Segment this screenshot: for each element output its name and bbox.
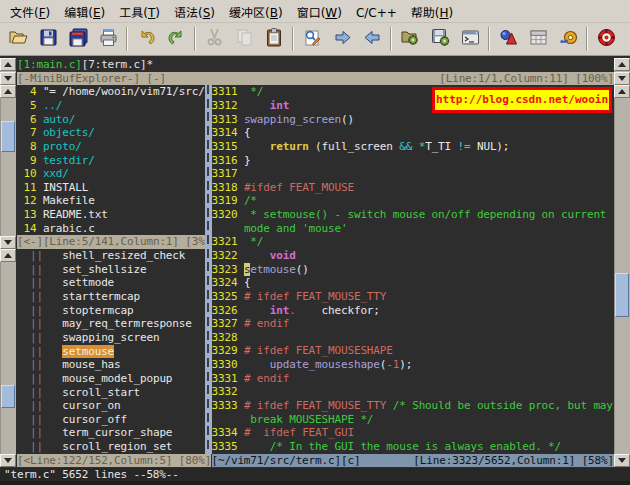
- taglist-row[interactable]: || starttermcap: [17, 290, 205, 304]
- code-row[interactable]: 3319 /*: [212, 194, 615, 208]
- tag-term_cursor_shape[interactable]: term_cursor_shape: [62, 426, 172, 439]
- menu-e[interactable]: 编辑(E): [57, 0, 112, 23]
- code-row[interactable]: 3315 return (full_screen && *T_TI != NUL…: [212, 140, 615, 154]
- explorer-entry[interactable]: Makefile: [43, 194, 95, 207]
- explorer-row[interactable]: 9 testdir/: [17, 154, 205, 168]
- explorer-row[interactable]: 7 objects/: [17, 126, 205, 140]
- taglist-row[interactable]: || scroll_start: [17, 386, 205, 400]
- minibufexplorer-right-scrollbar[interactable]: [614, 58, 630, 85]
- print-button[interactable]: [95, 26, 121, 52]
- taglist-row[interactable]: || cursor_off: [17, 413, 205, 427]
- build-tags-button[interactable]: [525, 26, 551, 52]
- tag-cursor_on[interactable]: cursor_on: [62, 399, 120, 412]
- menu-t[interactable]: 工具(T): [112, 0, 167, 23]
- open-button[interactable]: [5, 26, 31, 52]
- code-row[interactable]: break MOUSESHAPE */: [212, 413, 615, 427]
- explorer-row[interactable]: 8 proto/: [17, 140, 205, 154]
- find-replace-button[interactable]: [299, 26, 325, 52]
- code-row[interactable]: mode and 'mouse': [212, 222, 615, 236]
- scroll-up-arrow-icon[interactable]: [614, 85, 630, 98]
- taglist-row[interactable]: || setmouse: [17, 345, 205, 359]
- code-row[interactable]: 3324 {: [212, 276, 615, 290]
- explorer-row[interactable]: 4 "= /home/wooin/vim71/src/: [17, 85, 205, 99]
- code-row[interactable]: 3314 {: [212, 126, 615, 140]
- code-window-scrollbar[interactable]: [614, 85, 630, 467]
- tag-may_req_termresponse[interactable]: may_req_termresponse: [62, 317, 191, 330]
- code-row[interactable]: 3335 /* In the GUI the mouse is always e…: [212, 440, 615, 454]
- scroll-down-arrow-icon[interactable]: [614, 72, 630, 85]
- scroll-up-arrow-icon[interactable]: [0, 58, 16, 71]
- explorer-entry[interactable]: ../: [43, 99, 62, 112]
- taglist-row[interactable]: || mouse_has: [17, 358, 205, 372]
- tag-mouse_has[interactable]: mouse_has: [62, 358, 120, 371]
- load-session-button[interactable]: [397, 26, 423, 52]
- scroll-up-arrow-icon[interactable]: [0, 249, 16, 262]
- explorer-row[interactable]: 14 arabic.c: [17, 222, 205, 236]
- explorer-row[interactable]: 6 auto/: [17, 113, 205, 127]
- menu-w[interactable]: 窗口(W): [290, 0, 349, 23]
- explorer-row[interactable]: 10 xxd/: [17, 167, 205, 181]
- taglist-row[interactable]: || mouse_model_popup: [17, 372, 205, 386]
- find-prev-button[interactable]: [359, 26, 385, 52]
- code-row[interactable]: 3321 */: [212, 235, 615, 249]
- tag-scroll_start[interactable]: scroll_start: [62, 386, 140, 399]
- scrollbar-thumb[interactable]: [615, 273, 629, 317]
- taglist-row[interactable]: || stoptermcap: [17, 304, 205, 318]
- code-row[interactable]: 3317: [212, 167, 615, 181]
- code-row[interactable]: 3326 int. checkfor;: [212, 304, 615, 318]
- menu-b[interactable]: 缓冲区(B): [222, 0, 290, 23]
- explorer-entry[interactable]: xxd/: [43, 167, 69, 180]
- explorer-row[interactable]: 13 README.txt: [17, 208, 205, 222]
- explorer-entry[interactable]: objects/: [43, 126, 95, 139]
- code-row[interactable]: 3334 # ifdef FEAT_GUI: [212, 426, 615, 440]
- explorer-entry[interactable]: auto/: [43, 113, 75, 126]
- code-row[interactable]: 3323 setmouse(): [212, 263, 615, 277]
- code-row[interactable]: 3331 # endif: [212, 372, 615, 386]
- code-row[interactable]: 3316 }: [212, 154, 615, 168]
- tag-jump-button[interactable]: [555, 26, 581, 52]
- menu-f[interactable]: 文件(F): [3, 0, 57, 23]
- explorer-row[interactable]: 11 INSTALL: [17, 181, 205, 195]
- scroll-down-arrow-icon[interactable]: [0, 236, 16, 249]
- tag-mouse_model_popup[interactable]: mouse_model_popup: [62, 372, 172, 385]
- taglist-row[interactable]: || term_cursor_shape: [17, 426, 205, 440]
- explorer-entry[interactable]: testdir/: [43, 154, 95, 167]
- code-row[interactable]: 3333 # ifdef FEAT_MOUSE_TTY /* Should be…: [212, 399, 615, 413]
- tag-settmode[interactable]: settmode: [62, 276, 114, 289]
- scroll-down-arrow-icon[interactable]: [0, 454, 16, 467]
- taglist-row[interactable]: || may_req_termresponse: [17, 317, 205, 331]
- taglist-scrollbar[interactable]: [0, 249, 16, 467]
- scroll-up-arrow-icon[interactable]: [614, 58, 630, 71]
- tag-stoptermcap[interactable]: stoptermcap: [62, 304, 133, 317]
- save-button[interactable]: [35, 26, 61, 52]
- explorer-entry[interactable]: arabic.c: [43, 222, 95, 235]
- explorer-entry[interactable]: proto/: [43, 140, 82, 153]
- scroll-down-arrow-icon[interactable]: [614, 454, 630, 467]
- code-row[interactable]: 3330 update_mouseshape(-1);: [212, 358, 615, 372]
- tag-setmouse[interactable]: setmouse: [62, 345, 114, 358]
- buffer-tab-7term.c[interactable]: [7:term.c]*: [82, 58, 153, 71]
- code-row[interactable]: 3322 void: [212, 249, 615, 263]
- tag-starttermcap[interactable]: starttermcap: [62, 290, 140, 303]
- menu-h[interactable]: 帮助(H): [404, 0, 460, 23]
- menu-s[interactable]: 语法(S): [167, 0, 222, 23]
- tag-swapping_screen[interactable]: swapping_screen: [62, 331, 159, 344]
- code-row[interactable]: 3328: [212, 331, 615, 345]
- run-script-button[interactable]: [457, 26, 483, 52]
- make-button[interactable]: [495, 26, 521, 52]
- code-row[interactable]: 3318 #ifdef FEAT_MOUSE: [212, 181, 615, 195]
- undo-button[interactable]: [133, 26, 159, 52]
- find-next-button[interactable]: [329, 26, 355, 52]
- tag-cursor_off[interactable]: cursor_off: [62, 413, 127, 426]
- code-row[interactable]: 3325 # ifdef FEAT_MOUSE_TTY: [212, 290, 615, 304]
- explorer-entry[interactable]: "= /home/wooin/vim71/src/: [43, 85, 205, 98]
- file-explorer-scrollbar[interactable]: [0, 85, 16, 249]
- code-row[interactable]: 3332: [212, 385, 615, 399]
- taglist-row[interactable]: || set_shellsize: [17, 263, 205, 277]
- explorer-entry[interactable]: README.txt: [43, 208, 108, 221]
- taglist-row[interactable]: || settmode: [17, 276, 205, 290]
- code-window[interactable]: 3311 */3312 int3313 swapping_screen()331…: [212, 85, 615, 454]
- code-row[interactable]: 3327 # endif: [212, 317, 615, 331]
- code-row[interactable]: 3320 * setmouse() - switch mouse on/off …: [212, 208, 615, 222]
- help-button[interactable]: [593, 26, 619, 52]
